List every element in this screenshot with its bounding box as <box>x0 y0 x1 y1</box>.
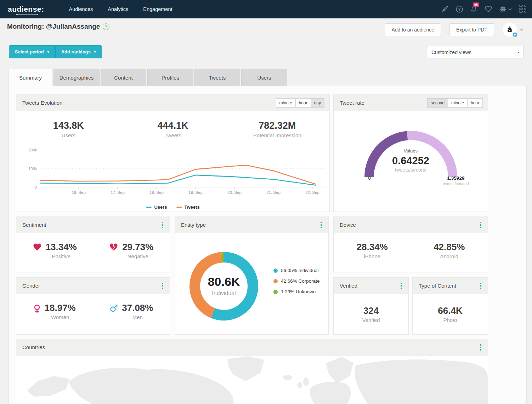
svg-text:17. Sep: 17. Sep <box>111 190 125 195</box>
export-pdf-button[interactable]: Export to PDF <box>449 23 494 36</box>
select-period-button[interactable]: Select period ▾ <box>9 45 55 58</box>
tab-demographics[interactable]: Demographics <box>53 69 100 86</box>
avatar: ȧ <box>503 23 517 37</box>
svg-text:?: ? <box>458 7 461 11</box>
legend-dot-icon <box>273 279 278 283</box>
entity-type-legend: 56.05% Individual42.66% Corporate1.29% U… <box>273 268 320 294</box>
toggle-minute[interactable]: minute <box>448 98 468 108</box>
legend-swatch <box>176 207 182 208</box>
positive-label: Positive <box>46 253 77 259</box>
legend-label: 56.05% Individual <box>281 268 319 273</box>
tweets-evolution-panel: Tweets Evolution minute hour day 143.8K … <box>16 94 330 212</box>
audiense-dashboard: audiense: Audiences Analytics Engagement… <box>0 0 532 404</box>
notifications-bell-icon[interactable]: 95 <box>470 5 478 13</box>
countries-panel: Countries <box>16 339 488 404</box>
settings-control[interactable] <box>499 5 512 13</box>
panel-menu-icon[interactable] <box>399 281 403 290</box>
women-label: Women <box>45 314 76 320</box>
donut-center-value: 80.6K <box>185 275 263 289</box>
negative-value: 29.73% <box>122 242 153 253</box>
panel-menu-icon[interactable] <box>160 281 165 290</box>
android-label: Android <box>434 253 465 259</box>
gauge-values-label: Values <box>334 148 488 154</box>
chevron-down-icon <box>508 8 512 11</box>
main-nav: Audiences Analytics Engagement <box>69 6 172 12</box>
svg-text:16. Sep: 16. Sep <box>72 190 86 195</box>
gauge-max-unit: tweets/second <box>436 181 475 186</box>
donut-center-label: Individual <box>185 290 263 296</box>
women-value: 18.97% <box>45 302 76 313</box>
impression-count-label: Potential Impression <box>225 132 329 138</box>
add-rankings-button[interactable]: Add rankings ▾ <box>55 45 102 58</box>
svg-text:19. Sep: 19. Sep <box>188 190 203 195</box>
nav-item-analytics[interactable]: Analytics <box>108 6 128 12</box>
gear-icon <box>499 5 507 13</box>
panel-menu-icon[interactable] <box>160 220 165 230</box>
account-chevron-icon <box>520 28 523 31</box>
tweets-evolution-legend: UsersTweets <box>16 202 329 212</box>
legend-label: Tweets <box>185 204 200 210</box>
monitoring-help-icon[interactable]: ? <box>103 23 109 30</box>
help-icon[interactable]: ? <box>455 5 464 13</box>
section-tabs: Summary Demographics Content Profiles Tw… <box>9 69 287 86</box>
panel-title: Tweet rate <box>340 100 364 106</box>
tab-summary[interactable]: Summary <box>9 69 52 86</box>
apps-grid-icon[interactable] <box>518 5 526 13</box>
gauge-max: 1.35929 <box>436 175 475 181</box>
svg-text:22. Sep: 22. Sep <box>305 190 319 195</box>
panel-title: Tweets Evolution <box>22 100 62 106</box>
toggle-minute[interactable]: minute <box>276 98 296 108</box>
nav-item-engagement[interactable]: Engagement <box>143 6 172 12</box>
panel-menu-icon[interactable] <box>479 343 483 352</box>
heart-icon <box>33 243 42 253</box>
select-period-label: Select period <box>15 49 44 54</box>
evolution-interval-toggle: minute hour day <box>276 98 324 108</box>
negative-label: Negative <box>122 253 153 259</box>
logo-text: audiense: <box>8 5 44 13</box>
customized-views-select[interactable]: Customized views ▾ <box>426 46 524 58</box>
impression-count: 782.32M <box>225 120 329 131</box>
panel-title: Verified <box>340 283 357 289</box>
panel-title: Device <box>340 222 356 228</box>
svg-text:18. Sep: 18. Sep <box>149 190 164 195</box>
donut-legend-item-unknown: 1.29% Unknown <box>273 289 320 294</box>
verified-label: Verified <box>334 317 408 323</box>
logo-underline <box>17 15 38 15</box>
account-menu[interactable]: ȧ <box>503 23 523 37</box>
nav-item-audiences[interactable]: Audiences <box>69 6 93 12</box>
tweets-count: 444.1K <box>121 120 225 131</box>
users-count: 143.8K <box>16 120 121 131</box>
panel-title: Gender <box>22 283 40 289</box>
panel-title: Type of Content <box>419 283 456 289</box>
gender-panel: Gender ♀ 18.97% Women ♂ 37.08% Men <box>16 277 170 335</box>
tab-content[interactable]: Content <box>101 69 146 86</box>
donut-legend-item-individual: 56.05% Individual <box>273 268 320 273</box>
entity-type-panel: Entity type 80.6K Individual 56.05% Indi… <box>175 217 329 335</box>
legend-item-tweets[interactable]: Tweets <box>176 204 200 210</box>
verified-panel: Verified 324 Verified <box>333 277 409 335</box>
panel-menu-icon[interactable] <box>319 220 323 230</box>
legend-item-users[interactable]: Users <box>146 204 167 210</box>
toggle-second[interactable]: second <box>427 98 448 108</box>
toggle-hour[interactable]: hour <box>295 98 311 108</box>
panel-title: Countries <box>22 344 45 350</box>
caret-down-icon: ▾ <box>47 50 49 54</box>
tweet-rate-gauge: Values 0.64252 tweets/second 0 1.35929 t… <box>334 111 488 212</box>
android-value: 42.85% <box>434 242 465 253</box>
iphone-label: iPhone <box>357 253 388 259</box>
sentiment-panel: Sentiment 13.34% Positive <box>16 217 170 272</box>
compose-feather-icon[interactable] <box>441 5 449 13</box>
add-to-audience-button[interactable]: Add to an audience <box>385 23 441 36</box>
tab-users[interactable]: Users <box>241 69 287 86</box>
summary-content: Tweets Evolution minute hour day 143.8K … <box>9 86 527 404</box>
tab-tweets[interactable]: Tweets <box>194 69 240 86</box>
toggle-hour[interactable]: hour <box>467 98 483 108</box>
notification-badge: 95 <box>473 2 479 7</box>
panel-menu-icon[interactable] <box>479 281 483 290</box>
panel-menu-icon[interactable] <box>479 220 483 230</box>
audiense-logo[interactable]: audiense: <box>8 5 44 13</box>
favorites-heart-icon[interactable] <box>484 5 493 13</box>
legend-swatch <box>146 207 152 208</box>
toggle-day[interactable]: day <box>311 98 324 108</box>
tab-profiles[interactable]: Profiles <box>147 69 193 86</box>
